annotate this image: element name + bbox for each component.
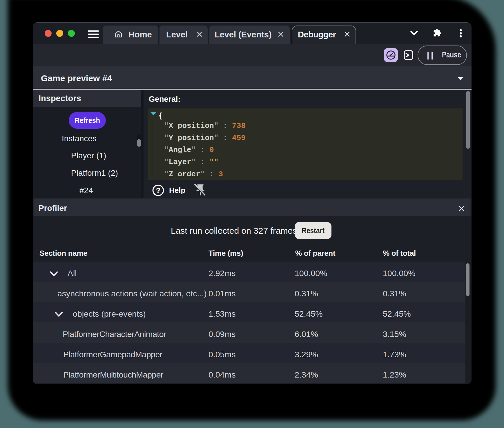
svg-text:?: ? [156,186,161,195]
